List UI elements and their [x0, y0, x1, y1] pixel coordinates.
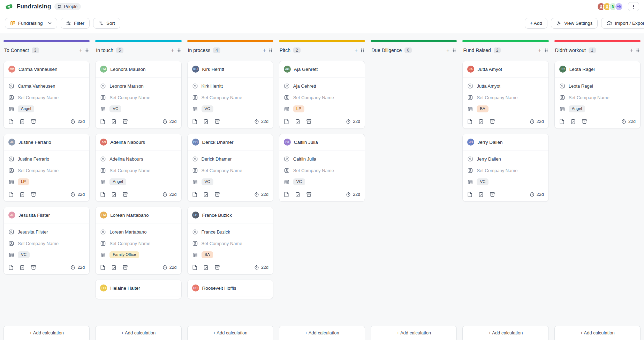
contact-row[interactable]: Caitlin Julia — [284, 155, 360, 163]
tag-row[interactable]: VC — [192, 178, 268, 186]
avatar-stack[interactable]: N+5 — [597, 2, 623, 11]
view-selector-dropdown[interactable]: Fundraising — [5, 18, 57, 29]
tag-row[interactable]: VC — [100, 105, 176, 113]
task-clipboard-icon[interactable] — [111, 192, 116, 197]
note-icon[interactable] — [192, 119, 197, 124]
contact-card[interactable]: JA Jutta Amyot Jutta Amyot — [462, 61, 548, 129]
column-add-card-button[interactable]: + — [538, 47, 541, 53]
column-add-card-button[interactable]: + — [355, 47, 358, 53]
company-row[interactable]: Set Company Name — [467, 93, 544, 102]
task-clipboard-icon[interactable] — [20, 265, 25, 270]
company-row[interactable]: Set Company Name — [467, 166, 544, 175]
tag-row[interactable]: LP — [284, 105, 360, 113]
add-button[interactable]: + Add — [525, 18, 547, 29]
contact-card[interactable]: CV Carma Vanheusen Carma Vanheusen — [3, 61, 90, 129]
view-settings-button[interactable]: View Settings — [551, 18, 598, 29]
contact-card[interactable]: JF Justine Ferrario Justine Ferrario — [3, 134, 90, 202]
add-calculation-button[interactable]: + Add calculation — [462, 326, 548, 340]
contact-row[interactable]: Justine Ferrario — [8, 155, 85, 163]
task-clipboard-icon[interactable] — [295, 192, 300, 197]
contact-card[interactable]: KH Kirk Herritt Kirk Herritt — [187, 61, 273, 129]
note-icon[interactable] — [467, 119, 472, 124]
company-row[interactable]: Set Company Name — [559, 93, 636, 102]
column-drag-handle-icon[interactable] — [177, 48, 181, 53]
note-icon[interactable] — [284, 119, 289, 124]
tag-row[interactable]: LP — [8, 178, 85, 186]
archive-box-icon[interactable] — [31, 119, 36, 124]
tag-row[interactable]: VC — [467, 178, 544, 186]
company-row[interactable]: Set Company Name — [100, 239, 176, 247]
contact-card[interactable]: JD Jerry Dallen Jerry Dallen — [462, 134, 548, 202]
contact-row[interactable]: Leota Ragel — [559, 82, 636, 90]
company-row[interactable]: Set Company Name — [8, 93, 85, 102]
tag-row[interactable]: Angel — [559, 105, 636, 113]
add-calculation-button[interactable]: + Add calculation — [371, 326, 457, 340]
note-icon[interactable] — [284, 192, 289, 197]
column-add-card-button[interactable]: + — [263, 47, 266, 53]
add-calculation-button[interactable]: + Add calculation — [3, 326, 90, 340]
tag-row[interactable]: Family Office — [100, 251, 176, 259]
contact-row[interactable]: Adelina Nabours — [100, 155, 176, 163]
contact-card[interactable]: FB France Buzick France Buzick — [187, 207, 273, 275]
contact-row[interactable]: Derick Dhamer — [192, 155, 268, 163]
archive-box-icon[interactable] — [306, 119, 312, 124]
column-drag-handle-icon[interactable] — [544, 48, 548, 53]
archive-box-icon[interactable] — [31, 192, 36, 197]
contact-card[interactable]: DD Derick Dhamer Derick Dhamer — [187, 134, 273, 202]
note-icon[interactable] — [8, 119, 14, 124]
contact-row[interactable]: France Buzick — [192, 228, 268, 236]
column-drag-handle-icon[interactable] — [85, 48, 89, 53]
company-row[interactable]: Set Company Name — [192, 239, 268, 247]
column-drag-handle-icon[interactable] — [361, 48, 364, 53]
company-row[interactable]: Set Company Name — [8, 239, 85, 247]
note-icon[interactable] — [8, 192, 14, 197]
archive-box-icon[interactable] — [122, 265, 128, 270]
archive-box-icon[interactable] — [31, 265, 36, 270]
note-icon[interactable] — [100, 119, 105, 124]
company-row[interactable]: Set Company Name — [100, 93, 176, 102]
contact-card[interactable]: LM Leonora Mauson Leonora Mauson — [95, 61, 181, 129]
tag-row[interactable]: VC — [8, 251, 85, 259]
column-add-card-button[interactable]: + — [630, 47, 633, 53]
note-icon[interactable] — [8, 265, 14, 270]
contact-row[interactable]: Jerry Dallen — [467, 155, 544, 163]
contact-row[interactable]: Aja Gehrett — [284, 82, 360, 90]
filter-button[interactable]: Filter — [61, 18, 90, 29]
column-drag-handle-icon[interactable] — [636, 48, 640, 53]
contact-card[interactable]: RH Roosevelt Hoffis Roosevelt Hoffis — [187, 280, 273, 299]
archive-box-icon[interactable] — [306, 192, 312, 197]
task-clipboard-icon[interactable] — [111, 119, 116, 124]
contact-row[interactable]: Carma Vanheusen — [8, 82, 85, 90]
contact-row[interactable]: Jesusita Flister — [8, 228, 85, 236]
company-row[interactable]: Set Company Name — [8, 166, 85, 175]
task-clipboard-icon[interactable] — [478, 119, 484, 124]
tag-row[interactable]: BA — [192, 251, 268, 259]
company-row[interactable]: Set Company Name — [192, 93, 268, 102]
note-icon[interactable] — [192, 192, 197, 197]
task-clipboard-icon[interactable] — [570, 119, 576, 124]
add-calculation-button[interactable]: + Add calculation — [279, 326, 365, 340]
contact-row[interactable]: Jutta Amyot — [467, 82, 544, 90]
people-badge[interactable]: People — [54, 3, 81, 10]
contact-card[interactable]: JF Jesusita Flister Jesusita Flister — [3, 207, 90, 275]
archive-box-icon[interactable] — [122, 192, 128, 197]
tag-row[interactable]: Angel — [8, 105, 85, 113]
avatar-overflow-count[interactable]: +5 — [615, 2, 623, 11]
tag-row[interactable]: VC — [284, 178, 360, 186]
contact-card[interactable]: HH Helaine Halter Helaine Halter — [95, 280, 181, 299]
task-clipboard-icon[interactable] — [203, 119, 209, 124]
column-drag-handle-icon[interactable] — [269, 48, 273, 53]
tag-row[interactable]: Angel — [100, 178, 176, 186]
note-icon[interactable] — [100, 192, 105, 197]
archive-box-icon[interactable] — [582, 119, 587, 124]
add-calculation-button[interactable]: + Add calculation — [95, 326, 181, 340]
task-clipboard-icon[interactable] — [203, 265, 209, 270]
archive-box-icon[interactable] — [214, 265, 220, 270]
archive-box-icon[interactable] — [214, 119, 220, 124]
task-clipboard-icon[interactable] — [20, 192, 25, 197]
more-options-button[interactable]: ⋮ — [628, 2, 639, 11]
contact-card[interactable]: LR Leota Ragel Leota Ragel — [554, 61, 641, 129]
company-row[interactable]: Set Company Name — [100, 166, 176, 175]
column-add-card-button[interactable]: + — [79, 47, 82, 53]
sort-button[interactable]: Sort — [93, 18, 120, 29]
